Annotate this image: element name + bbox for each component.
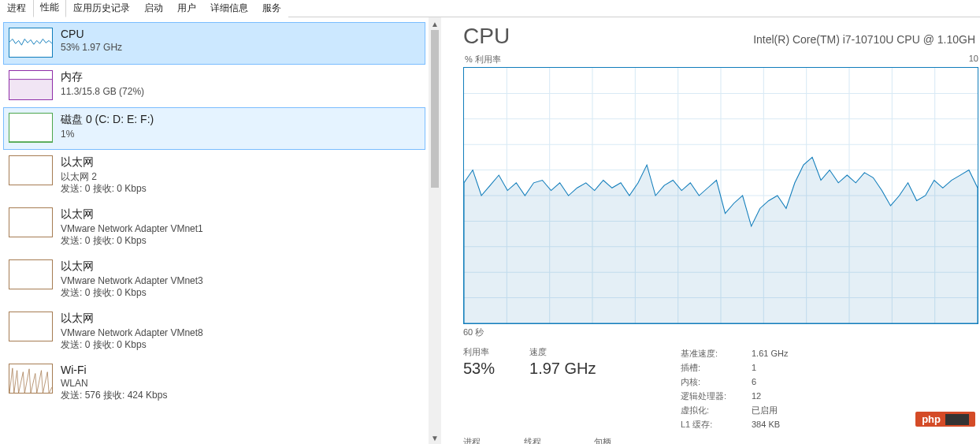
tab-users[interactable]: 用户	[170, 0, 203, 17]
sidebar-wifi-line2: WLAN	[61, 378, 167, 390]
info-sockets-val: 1	[752, 360, 756, 375]
sidebar-eth1-line2: 以太网 2	[61, 171, 147, 183]
sidebar-eth3-line3: 发送: 0 接收: 0 Kbps	[61, 287, 203, 299]
sidebar-item-ethernet-2[interactable]: 以太网 VMware Network Adapter VMnet1 发送: 0 …	[3, 202, 425, 254]
disk-sparkline-icon	[9, 113, 53, 143]
stat-handles-label: 句柄	[594, 436, 647, 444]
sidebar-eth2-line2: VMware Network Adapter VMnet1	[61, 223, 203, 235]
sidebar-wifi-line3: 发送: 576 接收: 424 Kbps	[61, 390, 167, 401]
sidebar-item-disk[interactable]: 磁盘 0 (C: D: E: F:) 1%	[3, 107, 425, 150]
chart-ymax: 10	[969, 54, 978, 65]
info-virt-key: 虚拟化:	[681, 403, 744, 417]
performance-sidebar: CPU 53% 1.97 GHz 内存 11.3/15.8 GB (72%)	[0, 17, 429, 444]
cpu-sparkline-icon	[9, 28, 53, 58]
ethernet-sparkline-icon	[9, 155, 53, 185]
stat-util-label: 利用率	[463, 346, 495, 358]
tab-app-history[interactable]: 应用历史记录	[66, 0, 137, 17]
tab-performance[interactable]: 性能	[33, 0, 66, 17]
sidebar-eth1-title: 以太网	[61, 155, 147, 170]
ethernet-sparkline-icon	[9, 312, 53, 341]
sidebar-disk-title: 磁盘 0 (C: D: E: F:)	[61, 113, 154, 127]
stat-speed-value: 1.97 GHz	[529, 360, 596, 378]
scroll-up-icon[interactable]: ▲	[429, 17, 441, 30]
scroll-down-icon[interactable]: ▼	[429, 431, 441, 444]
sidebar-eth4-title: 以太网	[61, 312, 203, 326]
sidebar-eth2-title: 以太网	[61, 207, 203, 222]
php-watermark-badge: php	[915, 412, 975, 427]
sidebar-eth3-title: 以太网	[61, 259, 203, 274]
info-sockets-key: 插槽:	[681, 360, 744, 375]
sidebar-item-wifi[interactable]: Wi-Fi WLAN 发送: 576 接收: 424 Kbps	[3, 358, 425, 409]
info-l1-val: 384 KB	[752, 417, 780, 431]
info-cores-val: 6	[752, 375, 756, 389]
info-virt-val: 已启用	[752, 403, 778, 417]
cpu-model: Intel(R) Core(TM) i7-10710U CPU @ 1.10GH	[753, 33, 975, 46]
memory-sparkline-icon	[9, 70, 53, 100]
stat-util-value: 53%	[463, 360, 495, 378]
tab-processes[interactable]: 进程	[0, 0, 33, 17]
svg-rect-0	[9, 80, 52, 100]
sidebar-eth1-line3: 发送: 0 接收: 0 Kbps	[61, 183, 147, 195]
sidebar-cpu-sub: 53% 1.97 GHz	[61, 42, 122, 54]
badge-block-icon	[945, 414, 969, 425]
wifi-sparkline-icon	[9, 364, 53, 394]
sidebar-item-memory[interactable]: 内存 11.3/15.8 GB (72%)	[3, 65, 425, 107]
sidebar-item-cpu[interactable]: CPU 53% 1.97 GHz	[3, 22, 425, 65]
stat-threads-label: 线程	[524, 436, 559, 444]
info-base-val: 1.61 GHz	[752, 346, 788, 360]
php-badge-text: php	[922, 413, 941, 425]
scroll-thumb[interactable]	[431, 30, 439, 188]
tab-details[interactable]: 详细信息	[203, 0, 255, 17]
sidebar-cpu-title: CPU	[61, 28, 122, 40]
sidebar-eth4-line3: 发送: 0 接收: 0 Kbps	[61, 339, 203, 351]
info-base-key: 基准速度:	[681, 346, 744, 360]
info-lp-val: 12	[752, 389, 761, 403]
stat-proc-label: 进程	[463, 436, 489, 444]
stat-speed-label: 速度	[529, 346, 596, 358]
ethernet-sparkline-icon	[9, 259, 53, 289]
sidebar-wifi-title: Wi-Fi	[61, 364, 167, 376]
sidebar-item-ethernet-1[interactable]: 以太网 以太网 2 发送: 0 接收: 0 Kbps	[3, 150, 425, 202]
cpu-detail-panel: CPU Intel(R) Core(TM) i7-10710U CPU @ 1.…	[441, 17, 980, 444]
ethernet-sparkline-icon	[9, 207, 53, 237]
scroll-track[interactable]	[429, 30, 441, 431]
sidebar-eth4-line2: VMware Network Adapter VMnet8	[61, 327, 203, 339]
chart-xlabel: 60 秒	[463, 326, 980, 338]
info-l1-key: L1 缓存:	[681, 417, 744, 431]
tab-services[interactable]: 服务	[255, 0, 288, 17]
sidebar-eth3-line2: VMware Network Adapter VMnet3	[61, 275, 203, 287]
cpu-utilization-chart[interactable]	[463, 67, 978, 324]
info-lp-key: 逻辑处理器:	[681, 389, 744, 403]
sidebar-item-ethernet-3[interactable]: 以太网 VMware Network Adapter VMnet3 发送: 0 …	[3, 254, 425, 306]
page-title: CPU	[463, 24, 510, 49]
sidebar-item-ethernet-4[interactable]: 以太网 VMware Network Adapter VMnet8 发送: 0 …	[3, 306, 425, 358]
sidebar-eth2-line3: 发送: 0 接收: 0 Kbps	[61, 235, 203, 247]
sidebar-scrollbar[interactable]: ▲ ▼	[429, 17, 441, 444]
sidebar-mem-title: 内存	[61, 70, 144, 84]
sidebar-mem-sub: 11.3/15.8 GB (72%)	[61, 86, 144, 98]
tab-startup[interactable]: 启动	[137, 0, 170, 17]
sidebar-disk-sub: 1%	[61, 129, 154, 140]
tab-bar: 进程 性能 应用历史记录 启动 用户 详细信息 服务	[0, 0, 980, 17]
info-cores-key: 内核:	[681, 375, 744, 389]
chart-ylabel: % 利用率	[465, 54, 501, 65]
